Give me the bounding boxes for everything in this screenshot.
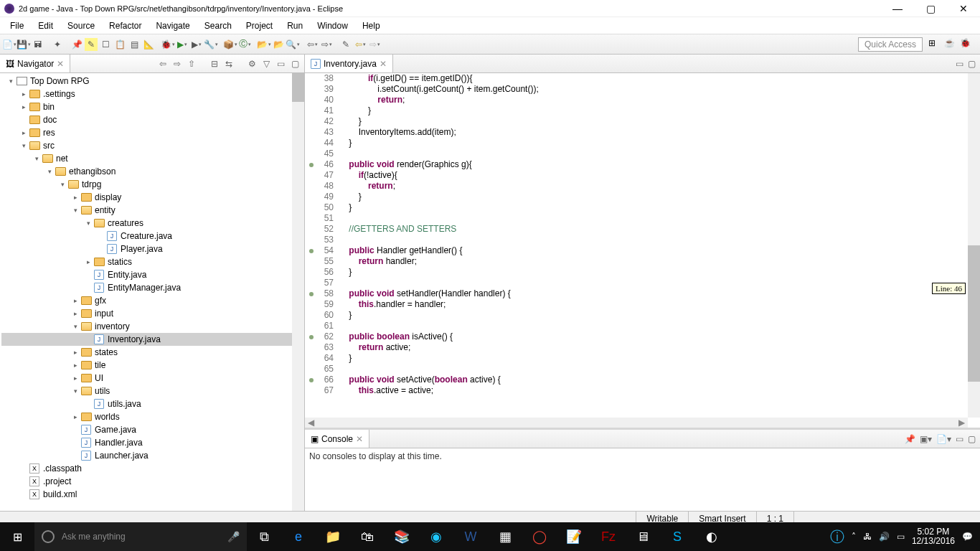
app-icon-1[interactable]: ◉: [419, 522, 453, 551]
run-icon[interactable]: ▶: [176, 38, 189, 51]
tree-project[interactable]: ▾Top Down RPG: [1, 75, 304, 88]
tree-item[interactable]: ▸worlds: [1, 410, 304, 423]
volume-icon[interactable]: 🔊: [879, 532, 890, 542]
tree-item[interactable]: ▾creatures: [1, 217, 304, 230]
editor-tab[interactable]: Inventory.java ✕: [305, 55, 393, 72]
filezilla-icon[interactable]: Fz: [591, 522, 626, 551]
tree-item[interactable]: ▸statics: [1, 255, 304, 268]
clipboard-icon[interactable]: 📋: [113, 38, 126, 51]
fwd-nav-icon[interactable]: ⇨: [172, 59, 182, 69]
action-center-icon[interactable]: 💬: [962, 532, 973, 542]
highlight-icon[interactable]: ✎: [85, 38, 98, 51]
display-console-icon[interactable]: ▣▾: [920, 434, 932, 444]
minimize-view-icon[interactable]: ▭: [275, 59, 286, 69]
java-perspective-icon[interactable]: ☕: [944, 38, 957, 51]
task-view-icon[interactable]: ⧉: [247, 522, 281, 551]
tree-item[interactable]: utils.java: [1, 397, 304, 410]
tree-item[interactable]: ▾ethangibson: [1, 165, 304, 178]
tree-item[interactable]: ▸res: [1, 126, 304, 139]
menu-run[interactable]: Run: [280, 19, 310, 33]
tree-item[interactable]: ▸.settings: [1, 88, 304, 100]
maximize-button[interactable]: ▢: [914, 0, 947, 17]
tree-item[interactable]: ▾entity: [1, 204, 304, 217]
tree-item[interactable]: ▸UI: [1, 372, 304, 385]
line-gutter[interactable]: 3839404142434445464748495051525354555657…: [305, 73, 339, 428]
new-class-icon[interactable]: Ⓒ: [238, 38, 251, 51]
menu-file[interactable]: File: [3, 19, 31, 33]
up-nav-icon[interactable]: ⇧: [187, 59, 197, 69]
tree-item[interactable]: ▸states: [1, 346, 304, 359]
notepad-icon[interactable]: 📝: [557, 522, 591, 551]
minecraft-icon[interactable]: ▦: [488, 522, 522, 551]
eclipse-taskbar-icon[interactable]: ◐: [694, 522, 729, 551]
tree-item[interactable]: ▸input: [1, 307, 304, 320]
menu-help[interactable]: Help: [355, 19, 387, 33]
tree-item[interactable]: Game.java: [1, 423, 304, 436]
word-icon[interactable]: W: [453, 522, 488, 551]
minimize-button[interactable]: —: [881, 0, 914, 17]
tree-item[interactable]: ▾tdrpg: [1, 178, 304, 191]
close-button[interactable]: ✕: [947, 0, 980, 17]
back-icon[interactable]: ⇦: [354, 38, 367, 51]
annotation-prev-icon[interactable]: ⇦: [306, 38, 319, 51]
code-content[interactable]: if(i.getID() == item.getID()){ i.setCoun…: [339, 73, 980, 428]
filter-icon[interactable]: ⚙: [247, 59, 257, 69]
tree-item[interactable]: ▾utils: [1, 385, 304, 397]
close-tab-icon[interactable]: ✕: [380, 59, 387, 69]
max-console-icon[interactable]: ▢: [968, 434, 976, 444]
menu-window[interactable]: Window: [310, 19, 355, 33]
tree-item[interactable]: ▾net: [1, 152, 304, 165]
start-button[interactable]: ⊞: [0, 522, 34, 551]
edge-icon[interactable]: e: [281, 522, 316, 551]
lang-icon[interactable]: ▭: [897, 532, 905, 542]
ruler-icon[interactable]: 📐: [142, 38, 155, 51]
network-icon[interactable]: 🖧: [863, 532, 872, 542]
min-console-icon[interactable]: ▭: [956, 434, 963, 444]
tree-item[interactable]: ▸gfx: [1, 294, 304, 307]
save-icon[interactable]: 💾: [17, 38, 30, 51]
debug-icon[interactable]: 🐞: [161, 38, 174, 51]
close-icon[interactable]: ✕: [57, 59, 64, 69]
tree-item[interactable]: Inventory.java: [1, 333, 304, 346]
save-all-icon[interactable]: 🖬: [32, 38, 44, 51]
menu-refactor[interactable]: Refactor: [102, 19, 149, 33]
editor-vscrollbar[interactable]: [968, 73, 980, 418]
mic-icon[interactable]: 🎤: [227, 531, 240, 542]
menu-navigate[interactable]: Navigate: [149, 19, 197, 33]
tree-scrollbar[interactable]: [292, 73, 304, 511]
navigator-tab[interactable]: 🖼 Navigator ✕: [0, 55, 70, 72]
coverage-icon[interactable]: ▶: [190, 38, 203, 51]
tree-item[interactable]: ▾src: [1, 139, 304, 152]
tree-item[interactable]: .project: [1, 475, 304, 488]
tree-item[interactable]: EntityManager.java: [1, 281, 304, 294]
wand-icon[interactable]: ✦: [51, 38, 64, 51]
close-console-icon[interactable]: ✕: [356, 434, 363, 444]
collapse-all-icon[interactable]: ⊟: [209, 59, 220, 69]
last-edit-icon[interactable]: ✎: [339, 38, 352, 51]
toggle-icon[interactable]: ☐: [99, 38, 112, 51]
open-perspective-icon[interactable]: ⊞: [928, 38, 941, 51]
pin-icon[interactable]: 📌: [70, 38, 83, 51]
chrome-icon[interactable]: ◯: [522, 522, 557, 551]
maximize-editor-icon[interactable]: ▢: [968, 59, 976, 69]
tree-item[interactable]: doc: [1, 113, 304, 126]
tray-overflow-icon[interactable]: ˄: [852, 532, 856, 542]
open-task-icon[interactable]: 📂: [272, 38, 285, 51]
debug-perspective-icon[interactable]: 🐞: [960, 38, 973, 51]
tree-item[interactable]: Handler.java: [1, 436, 304, 449]
project-tree[interactable]: ▾Top Down RPG▸.settings▸bindoc▸res▾src▾n…: [0, 73, 304, 511]
ext-tools-icon[interactable]: 🔧: [204, 38, 217, 51]
tree-item[interactable]: .classpath: [1, 462, 304, 475]
tree-item[interactable]: ▾inventory: [1, 320, 304, 333]
tree-item[interactable]: Launcher.java: [1, 449, 304, 462]
tree-item[interactable]: ▸tile: [1, 359, 304, 372]
skype-icon[interactable]: S: [660, 522, 694, 551]
help-icon[interactable]: ⓘ: [830, 527, 844, 547]
search-icon[interactable]: 🔍: [286, 38, 299, 51]
quick-access-input[interactable]: Quick Access: [858, 37, 923, 52]
maximize-view-icon[interactable]: ▢: [290, 59, 300, 69]
menu-project[interactable]: Project: [239, 19, 280, 33]
code-editor[interactable]: 3839404142434445464748495051525354555657…: [305, 73, 980, 428]
cortana-search[interactable]: Ask me anything 🎤: [34, 522, 247, 551]
new-console-icon[interactable]: 📄▾: [936, 434, 951, 444]
